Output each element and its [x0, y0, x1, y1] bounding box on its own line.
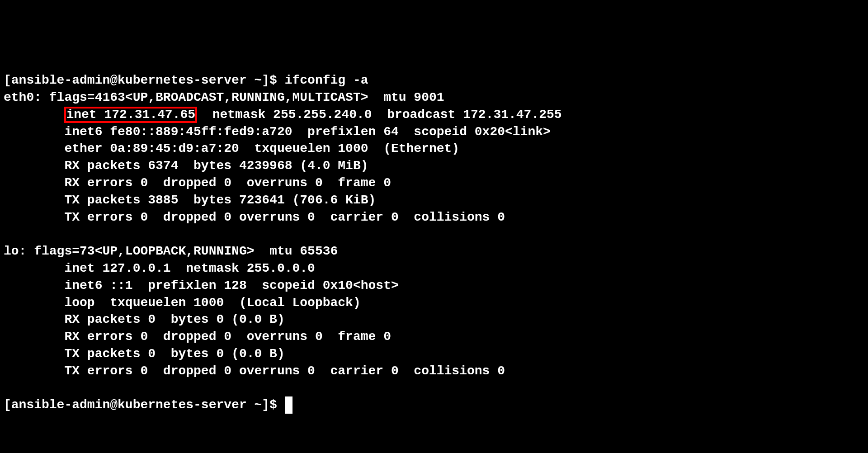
eth0-rx-errors: RX errors 0 dropped 0 overruns 0 frame 0 — [4, 176, 391, 190]
eth0-inet-indent — [4, 108, 64, 122]
lo-rx-packets: RX packets 0 bytes 0 (0.0 B) — [4, 312, 285, 326]
eth0-inet-rest: netmask 255.255.240.0 broadcast 172.31.4… — [197, 108, 562, 122]
eth0-rx-packets: RX packets 6374 bytes 4239968 (4.0 MiB) — [4, 159, 368, 173]
eth0-tx-errors: TX errors 0 dropped 0 overruns 0 carrier… — [4, 210, 505, 224]
eth0-tx-packets: TX packets 3885 bytes 723641 (706.6 KiB) — [4, 193, 376, 207]
shell-prompt: [ansible-admin@kubernetes-server ~]$ — [4, 73, 285, 87]
lo-loop: loop txqueuelen 1000 (Local Loopback) — [4, 296, 361, 310]
eth0-header: eth0: flags=4163<UP,BROADCAST,RUNNING,MU… — [4, 90, 444, 104]
command-text: ifconfig -a — [285, 73, 368, 87]
lo-inet6: inet6 ::1 prefixlen 128 scopeid 0x10<hos… — [4, 278, 399, 293]
eth0-ether: ether 0a:89:45:d9:a7:20 txqueuelen 1000 … — [4, 142, 459, 156]
eth0-inet-highlight: inet 172.31.47.65 — [64, 107, 197, 123]
lo-inet: inet 127.0.0.1 netmask 255.0.0.0 — [4, 261, 315, 275]
cursor-icon[interactable] — [285, 396, 292, 414]
lo-header: lo: flags=73<UP,LOOPBACK,RUNNING> mtu 65… — [4, 244, 338, 258]
shell-prompt[interactable]: [ansible-admin@kubernetes-server ~]$ — [4, 398, 285, 412]
eth0-inet6: inet6 fe80::889:45ff:fed9:a720 prefixlen… — [4, 125, 551, 139]
lo-tx-packets: TX packets 0 bytes 0 (0.0 B) — [4, 347, 285, 361]
lo-tx-errors: TX errors 0 dropped 0 overruns 0 carrier… — [4, 364, 505, 378]
lo-rx-errors: RX errors 0 dropped 0 overruns 0 frame 0 — [4, 330, 391, 344]
terminal-output: [ansible-admin@kubernetes-server ~]$ ifc… — [4, 72, 864, 414]
